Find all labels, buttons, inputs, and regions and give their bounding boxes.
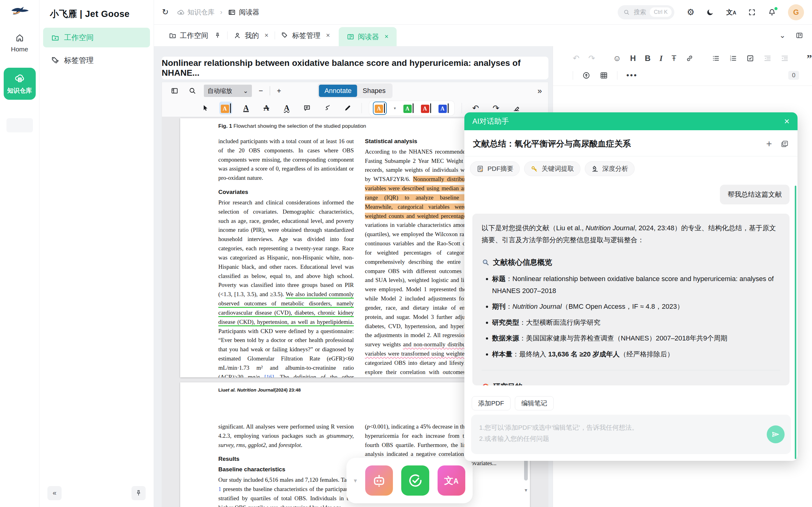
folder-star-icon bbox=[51, 34, 59, 42]
heading-icon[interactable]: H bbox=[630, 54, 636, 63]
pin-sidebar-button[interactable] bbox=[131, 486, 146, 500]
tab-mine[interactable]: 我的 × bbox=[227, 31, 275, 40]
close-icon[interactable]: × bbox=[784, 117, 790, 126]
strikethrough-tool[interactable]: A bbox=[260, 102, 273, 115]
color-blue[interactable]: A bbox=[438, 103, 449, 113]
keyword-extract-button[interactable]: 关键词提取 bbox=[524, 161, 581, 176]
comment-tool-icon[interactable] bbox=[301, 102, 314, 115]
color-orange-selected[interactable]: A bbox=[375, 103, 385, 113]
redo-icon[interactable]: ↷ bbox=[588, 54, 595, 63]
send-button[interactable] bbox=[767, 426, 784, 443]
fullscreen-icon[interactable] bbox=[748, 8, 756, 16]
new-chat-icon[interactable]: + bbox=[766, 139, 772, 149]
scroll-down-arrow-icon[interactable]: ▾ bbox=[524, 487, 528, 494]
upload-icon[interactable] bbox=[582, 71, 591, 80]
close-icon[interactable]: × bbox=[265, 32, 269, 40]
check-circle-icon bbox=[408, 472, 423, 489]
list-item: 样本量：最终纳入 13,636 名 ≥20 岁成年人（经严格排除后） bbox=[492, 348, 780, 360]
more-options-icon[interactable]: ••• bbox=[626, 70, 637, 80]
checklist-icon[interactable] bbox=[746, 54, 754, 62]
gear-icon[interactable]: ⚙ bbox=[687, 7, 694, 17]
squiggly-underline-tool[interactable]: A bbox=[280, 102, 293, 115]
add-pdf-button[interactable]: 添加PDF bbox=[472, 396, 510, 410]
global-search-input[interactable]: 搜索 Ctrl K bbox=[618, 5, 674, 19]
numbered-list-icon[interactable]: 123 bbox=[729, 54, 737, 62]
knowledge-warehouse-label: 知识仓库 bbox=[7, 87, 32, 95]
table-icon[interactable] bbox=[600, 71, 608, 80]
pdf-search-icon[interactable] bbox=[186, 84, 199, 97]
collapse-caret-icon[interactable]: ▾ bbox=[354, 477, 357, 484]
ai-robot-button[interactable] bbox=[365, 465, 393, 496]
toggle-sidebar-icon[interactable] bbox=[168, 84, 181, 97]
close-icon[interactable]: × bbox=[326, 32, 330, 40]
collapse-sidebar-button[interactable]: « bbox=[47, 486, 62, 500]
emoji-icon[interactable]: ☺ bbox=[613, 54, 621, 63]
undo-icon[interactable]: ↶ bbox=[573, 54, 580, 63]
translate-icon: 文A bbox=[444, 474, 459, 487]
topbar-icons: ⚙ 文A G bbox=[687, 4, 804, 20]
translate-icon[interactable]: 文A bbox=[726, 8, 736, 17]
edit-note-button[interactable]: 编辑笔记 bbox=[515, 396, 554, 410]
sidebar-item-knowledge-warehouse[interactable]: 知识仓库 bbox=[4, 68, 36, 100]
close-icon[interactable]: × bbox=[385, 33, 389, 41]
signature-tool-icon[interactable] bbox=[321, 102, 334, 115]
color-green[interactable]: A bbox=[403, 103, 414, 113]
indent-icon[interactable] bbox=[780, 54, 789, 62]
deep-analysis-button[interactable]: 深度分析 bbox=[585, 161, 635, 176]
breadcrumb-warehouse[interactable]: 知识仓库 bbox=[177, 8, 215, 17]
translate-button[interactable]: 文A bbox=[438, 465, 465, 496]
ai-footer-buttons: 添加PDF 编辑笔记 bbox=[464, 394, 798, 410]
link-icon[interactable] bbox=[686, 54, 694, 62]
color-red[interactable]: A bbox=[421, 103, 431, 113]
check-done-button[interactable] bbox=[401, 465, 429, 496]
list-item: 标题：Nonlinear relationship between oxidat… bbox=[492, 273, 780, 297]
pen-tool-icon[interactable] bbox=[341, 102, 354, 115]
main-area: ↻ 知识仓库 › 阅读器 bbox=[154, 0, 812, 507]
left-rail: Home 知识仓库 bbox=[0, 0, 40, 507]
highlight-tool-active[interactable]: A bbox=[219, 102, 232, 115]
subsection-heading: Baseline characteristics bbox=[218, 465, 354, 474]
chevron-down-icon: ⌄ bbox=[243, 87, 248, 95]
reader-icon bbox=[228, 8, 236, 16]
avatar[interactable]: G bbox=[788, 4, 804, 20]
tab-tags[interactable]: 标签管理 × bbox=[275, 31, 336, 40]
tab-reader-active[interactable]: 阅读器 × bbox=[339, 27, 396, 46]
breadcrumb-reader[interactable]: 阅读器 bbox=[228, 8, 259, 17]
zoom-mode-select[interactable]: 自动缩放 ⌄ bbox=[204, 84, 252, 97]
bold-icon[interactable]: B bbox=[645, 54, 651, 63]
outdent-icon[interactable] bbox=[763, 54, 772, 62]
ai-scrollbar-thumb[interactable] bbox=[795, 186, 796, 459]
caret-down-icon[interactable]: ▾ bbox=[394, 106, 396, 111]
pin-icon[interactable] bbox=[214, 32, 221, 39]
annotate-tab[interactable]: Annotate bbox=[319, 84, 357, 97]
copy-icon[interactable] bbox=[780, 140, 789, 148]
zoom-out-button[interactable]: − bbox=[257, 87, 265, 95]
tabstrip-right-controls: ⌄ bbox=[779, 31, 803, 40]
refresh-icon[interactable]: ↻ bbox=[162, 7, 169, 17]
shapes-tab[interactable]: Shapes bbox=[357, 84, 391, 97]
ai-message-input[interactable]: 1.您可以'添加PDF'或选中'编辑笔记'，告诉我任何想法。 2.或者输入您的任… bbox=[471, 415, 791, 454]
select-cursor-icon[interactable] bbox=[199, 102, 212, 115]
toolbar-divider bbox=[462, 103, 462, 113]
more-tools-icon[interactable]: » bbox=[538, 86, 542, 96]
underline-tool[interactable]: A bbox=[239, 102, 253, 115]
zoom-in-button[interactable]: + bbox=[275, 87, 283, 95]
strikethrough-icon[interactable]: Ŧ bbox=[671, 54, 676, 63]
tab-workspace[interactable]: 工作空间 bbox=[163, 31, 227, 40]
dark-mode-moon-icon[interactable] bbox=[706, 8, 714, 16]
sidebar-item-tags[interactable]: 标签管理 bbox=[43, 51, 150, 69]
notification-dot bbox=[774, 6, 778, 11]
sidebar-item-home[interactable]: Home bbox=[11, 33, 28, 53]
search-placeholder: 搜索 bbox=[634, 8, 646, 16]
tag-icon bbox=[281, 32, 289, 40]
blockquote-icon[interactable]: ” bbox=[807, 55, 812, 62]
home-label: Home bbox=[11, 46, 28, 53]
ai-chat-area[interactable]: 帮我总结这篇文献 以下是对您提供的文献（Liu et al., Nutritio… bbox=[464, 179, 798, 394]
chevron-down-icon[interactable]: ⌄ bbox=[779, 31, 786, 40]
italic-icon[interactable]: I bbox=[660, 54, 663, 63]
sidebar-item-workspace[interactable]: 工作空间 bbox=[43, 28, 150, 47]
pdf-summary-button[interactable]: PDF摘要 bbox=[470, 161, 520, 176]
bullet-list-icon[interactable] bbox=[712, 54, 720, 62]
notifications-bell-icon[interactable] bbox=[768, 8, 776, 17]
layout-expand-icon[interactable] bbox=[795, 32, 803, 40]
